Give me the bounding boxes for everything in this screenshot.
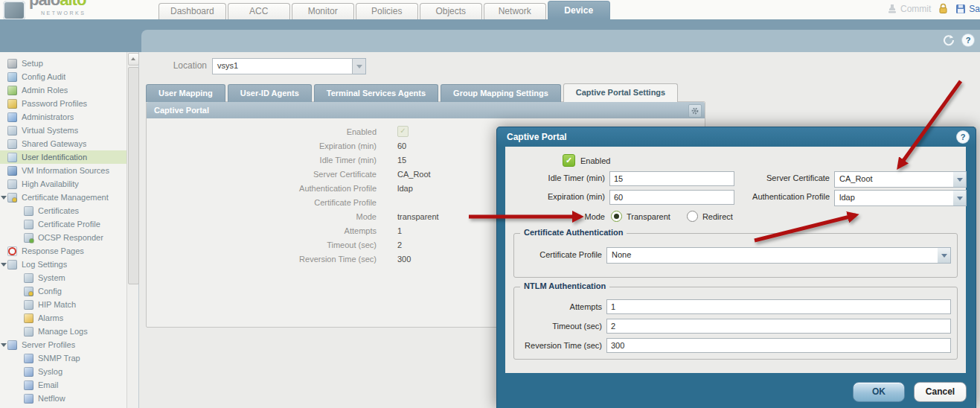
ntlm-row-timeout-sec: Timeout (sec) [514,319,951,334]
sidebar-item-label: Admin Roles [22,86,68,95]
sidebar-item-label: High Availability [22,179,79,188]
summary-value: 300 [397,255,411,264]
sidebar-item-alarms[interactable]: Alarms [0,311,126,325]
sidebar-item-config[interactable]: Config [0,284,126,298]
ok-button[interactable]: OK [853,382,905,402]
sidebar-scrollbar[interactable] [126,52,138,408]
main-tab-acc[interactable]: ACC [228,3,290,19]
enabled-field: ✓ Enabled [563,154,610,167]
config-audit-icon [7,72,17,82]
save-floppy-icon[interactable] [955,4,966,14]
refresh-icon[interactable] [943,34,955,46]
location-value[interactable]: vsys1 [212,58,353,74]
ocsp-responder-icon [24,233,33,243]
summary-value: ✓ [397,126,409,137]
sidebar-item-password-profiles[interactable]: Password Profiles [0,97,126,110]
main-tab-network[interactable]: Network [484,3,546,19]
location-select[interactable]: vsys1 [212,58,366,74]
lock-icon[interactable] [938,3,948,14]
sidebar-item-label: Certificates [38,206,79,215]
subtab-terminal-services-agents[interactable]: Terminal Services Agents [314,84,438,102]
subtab-group-mapping-settings[interactable]: Group Mapping Settings [441,84,561,102]
sidebar-item-certificate-management[interactable]: Certificate Management [0,191,126,204]
server-certificate-value[interactable]: CA_Root [834,171,953,188]
gear-icon[interactable] [688,104,702,118]
sidebar-item-email[interactable]: Email [0,378,126,392]
main-tab-device[interactable]: Device [548,1,610,19]
certificate-profile-select[interactable]: None [606,247,951,262]
sidebar-item-config-audit[interactable]: Config Audit [0,70,126,83]
certificate-profile-icon [24,220,33,229]
sidebar-item-vm-information-sources[interactable]: VM Information Sources [0,164,126,177]
help-icon[interactable]: ? [957,131,969,143]
authentication-profile-value[interactable]: ldap [834,190,953,206]
mode-option-redirect[interactable]: Redirect [687,211,733,222]
sidebar-item-log-settings[interactable]: Log Settings [0,258,126,271]
dropdown-arrow-icon[interactable] [953,190,967,206]
mode-option-transparent[interactable]: Transparent [611,211,670,222]
summary-label: Expiration (min) [147,141,377,150]
expand-arrow-icon[interactable] [1,343,7,347]
summary-label: Attempts [147,226,377,235]
dropdown-arrow-icon[interactable] [953,171,967,188]
radio-redirect-icon[interactable] [687,211,698,222]
sidebar-item-server-profiles[interactable]: Server Profiles [0,338,126,351]
sidebar-item-system[interactable]: System [0,271,126,284]
scrollbar-thumb[interactable] [128,67,139,284]
timeout-sec-input[interactable] [606,319,951,334]
sidebar-item-high-availability[interactable]: High Availability [0,177,126,191]
sidebar-item-shared-gateways[interactable]: Shared Gateways [0,137,126,150]
sidebar-item-syslog[interactable]: Syslog [0,365,126,378]
certificate-profile-label: Certificate Profile [514,250,602,259]
sidebar-item-label: Netflow [38,394,65,403]
subtab-captive-portal-settings[interactable]: Captive Portal Settings [563,83,678,102]
sidebar-item-setup[interactable]: Setup [0,57,126,70]
certificate-profile-value[interactable]: None [606,247,938,264]
summary-value: 60 [397,141,406,150]
subtab-user-mapping[interactable]: User Mapping [146,84,225,102]
commit-stamp-icon[interactable] [887,4,897,14]
paloalto-logo-icon [3,1,25,20]
sidebar-item-netflow[interactable]: Netflow [0,392,126,405]
scroll-up-icon[interactable] [128,53,139,66]
sidebar-item-user-identification[interactable]: User Identification [0,150,126,164]
dropdown-arrow-icon[interactable] [353,58,366,74]
sidebar-item-label: Email [38,380,59,389]
sidebar-item-virtual-systems[interactable]: Virtual Systems [0,124,126,137]
commit-button[interactable]: Commit [900,4,931,14]
main-tab-objects[interactable]: Objects [420,3,482,19]
sidebar-item-admin-roles[interactable]: Admin Roles [0,83,126,97]
sidebar-item-certificates[interactable]: Certificates [0,204,126,217]
summary-value: ldap [397,184,413,193]
sidebar-item-hip-match[interactable]: HIP Match [0,298,126,311]
main-tab-monitor[interactable]: Monitor [292,3,354,19]
sidebar-item-label: Response Pages [22,246,84,255]
help-icon[interactable]: ? [962,34,974,46]
sidebar-item-administrators[interactable]: Administrators [0,110,126,124]
sidebar-item-certificate-profile[interactable]: Certificate Profile [0,217,126,231]
enabled-checkbox[interactable]: ✓ [563,154,575,167]
expand-arrow-icon[interactable] [1,263,7,267]
sidebar-item-response-pages[interactable]: Response Pages [0,244,126,258]
sidebar-item-ocsp-responder[interactable]: OCSP Responder [0,231,126,244]
expand-arrow-icon[interactable] [1,196,7,200]
reversion-time-sec-input[interactable] [606,338,951,353]
radio-transparent-icon[interactable] [611,211,622,222]
subtab-user-id-agents[interactable]: User-ID Agents [228,84,312,102]
sidebar-item-manage-logs[interactable]: Manage Logs [0,325,126,338]
mode-option-label: Transparent [627,212,670,221]
cancel-button[interactable]: Cancel [914,382,967,402]
save-button[interactable]: Save [969,4,980,14]
snmp-trap-icon [24,354,33,363]
sidebar-item-label: Syslog [38,367,63,376]
enabled-checkbox-readonly: ✓ [397,126,409,137]
ntlm-row-reversion-time-sec: Reversion Time (sec) [514,338,951,353]
hip-match-icon [24,300,33,310]
server-certificate-select[interactable]: CA_Root [834,171,967,186]
dropdown-arrow-icon[interactable] [938,247,951,264]
main-tab-dashboard[interactable]: Dashboard [158,3,226,19]
attempts-input[interactable] [606,299,951,314]
main-tab-policies[interactable]: Policies [356,3,418,19]
authentication-profile-select[interactable]: ldap [834,190,967,205]
sidebar-item-snmp-trap[interactable]: SNMP Trap [0,351,126,365]
